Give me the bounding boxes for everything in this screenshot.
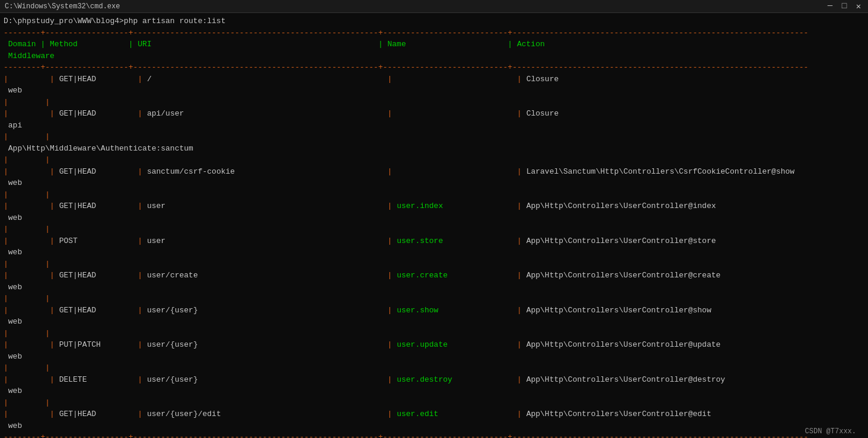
middleware-row: web [4,212,864,224]
middleware-row: api [4,120,864,132]
table-row: | | PUT|PATCH | user/{user} | user.updat… [4,339,864,351]
middleware-row: web [4,177,864,189]
title-bar-text: C:\Windows\System32\cmd.exe [5,2,120,11]
middleware-row: App\Http\Middleware\Authenticate:sanctum [4,143,864,155]
pipe-separator: | | [4,362,864,374]
table-row: | | GET|HEAD | api/user | | Closure [4,108,864,120]
terminal: D:\phpstudy_pro\WWW\blog4>php artisan ro… [0,13,868,438]
pipe-separator: | | [4,397,864,409]
middleware-row: web [4,420,864,432]
header-line: Domain | Method | URI | Name | Action Mi… [4,39,864,62]
title-bar-controls: ─ □ ✕ [825,1,863,11]
pipe-separator: | | [4,293,864,305]
pipe-separator: | | [4,328,864,340]
pipe-separator: | | [4,258,864,270]
table-row: | | GET|HEAD | user/create | user.create… [4,270,864,282]
table-row: | | GET|HEAD | sanctum/csrf-cookie | | L… [4,166,864,178]
middleware-row: web [4,247,864,258]
minimize-button[interactable]: ─ [825,1,835,11]
table-row: | | DELETE | user/{user} | user.destroy … [4,374,864,386]
title-bar: C:\Windows\System32\cmd.exe ─ □ ✕ [0,0,868,13]
pipe-separator: | | [4,223,864,235]
middleware-row: web [4,85,864,97]
table-row: | | GET|HEAD | user/{user}/edit | user.e… [4,408,864,420]
separator-line-2: --------+------------------+------------… [4,62,864,73]
maximize-button[interactable]: □ [840,1,849,11]
table-row: | | POST | user | user.store | App\Http\… [4,235,864,247]
table-row: | | GET|HEAD | user | user.index | App\H… [4,200,864,212]
middleware-row: web [4,351,864,363]
separator-line-1: --------+------------------+------------… [4,27,864,39]
watermark: CSDN @T7xxx. [805,427,856,436]
table-row: | | GET|HEAD | / | | Closure [4,73,864,85]
table-row: | | GET|HEAD | user/{user} | user.show |… [4,305,864,316]
prompt-line: D:\phpstudy_pro\WWW\blog4>php artisan ro… [4,15,864,27]
separator-bottom: --------+------------------+------------… [4,431,864,438]
pipe-separator: | | [4,97,864,108]
pipe-separator: | | [4,189,864,201]
pipe-separator: | | [4,154,864,166]
middleware-row: web [4,385,864,397]
middleware-row: web [4,316,864,328]
pipe-separator: | | [4,131,864,143]
middleware-row: web [4,282,864,293]
close-button[interactable]: ✕ [854,1,863,11]
